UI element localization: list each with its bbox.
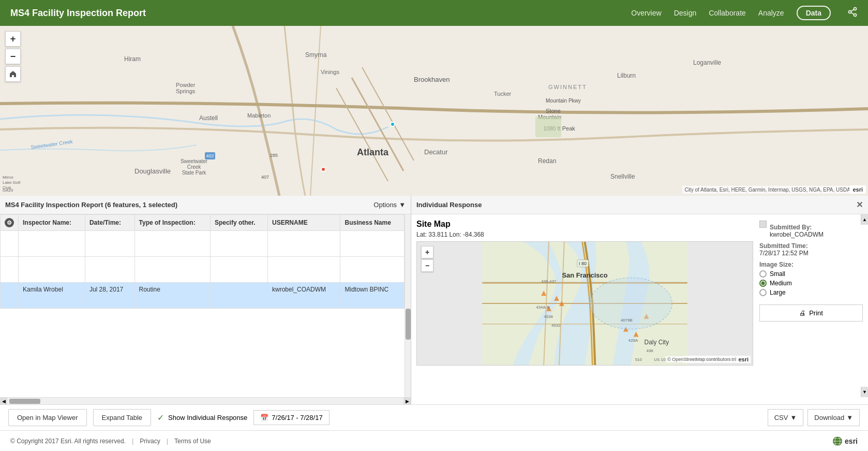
- horizontal-scrollbar[interactable]: ◀ ▶: [0, 397, 411, 404]
- row2-inspector: [19, 257, 85, 283]
- close-button[interactable]: ✕: [856, 200, 863, 210]
- radio-small-circle[interactable]: [759, 270, 767, 278]
- row3-specify: [210, 283, 267, 309]
- print-button[interactable]: 🖨 Print: [759, 304, 863, 322]
- svg-text:Lake Golf: Lake Golf: [3, 180, 21, 185]
- options-button[interactable]: Options ▼: [373, 201, 406, 209]
- esri-logo-map: esri: [849, 185, 866, 194]
- submitted-time-section: Submitted Time: 7/28/17 12:52 PM: [759, 242, 863, 257]
- svg-text:438-437: 438-437: [541, 279, 556, 284]
- footer-left: © Copyright 2017 Esri. All rights reserv…: [10, 437, 211, 445]
- scroll-right-button[interactable]: ▶: [403, 398, 411, 405]
- map-marker-red[interactable]: [321, 167, 326, 172]
- table-scrollbar[interactable]: [405, 214, 411, 397]
- zoom-in-button[interactable]: +: [5, 31, 21, 47]
- main-map[interactable]: Hiram Powder Springs Smyrna Vinings Broo…: [0, 26, 868, 196]
- app-header: MS4 Facility Inspection Report Overview …: [0, 0, 868, 26]
- svg-point-2: [849, 10, 851, 13]
- h-scroll-thumb[interactable]: [9, 399, 40, 404]
- col-business-header: Business Name: [340, 215, 405, 231]
- row2-icon: [1, 257, 19, 283]
- row1-icon: [1, 231, 19, 257]
- zoom-out-button[interactable]: −: [5, 49, 21, 64]
- map-logos: © OpenStreetMap contributors esri: [666, 356, 751, 363]
- home-button[interactable]: [5, 66, 21, 82]
- response-panel: Individual Response ✕ Site Map Lat: 33.8…: [411, 196, 868, 404]
- panel-scroll-down[interactable]: ▼: [861, 387, 868, 397]
- radio-large[interactable]: Large: [759, 289, 863, 296]
- svg-text:Redan: Redan: [538, 157, 556, 165]
- date-range-picker[interactable]: 📅 7/26/17 - 7/28/17: [253, 410, 329, 425]
- row2-type: [134, 257, 210, 283]
- svg-text:San Francisco: San Francisco: [562, 271, 607, 279]
- col-inspector-header: Inspector Name:: [19, 215, 85, 231]
- svg-text:510: 510: [635, 357, 642, 362]
- svg-line-3: [851, 9, 854, 11]
- svg-text:Austell: Austell: [199, 114, 218, 122]
- svg-point-0: [854, 7, 857, 10]
- checkbox-icon: [759, 221, 767, 228]
- csv-button[interactable]: CSV ▼: [768, 409, 804, 426]
- nav-collaborate[interactable]: Collaborate: [709, 9, 746, 17]
- radio-medium-circle[interactable]: [759, 280, 767, 287]
- map-attribution: City of Atlanta, Esri, HERE, Garmin, Int…: [682, 186, 866, 194]
- calendar-icon: 📅: [260, 414, 268, 421]
- svg-text:Loganville: Loganville: [693, 59, 721, 66]
- open-map-viewer-button[interactable]: Open in Map Viewer: [8, 409, 87, 426]
- row1-datetime: [85, 231, 134, 257]
- radio-large-circle[interactable]: [759, 289, 767, 296]
- terms-link[interactable]: Terms of Use: [174, 438, 211, 445]
- panel-scroll-up[interactable]: ▲: [861, 214, 868, 225]
- row2-specify: [210, 257, 267, 283]
- bottom-area: MS4 Facility Inspection Report (6 featur…: [0, 196, 868, 451]
- share-icon[interactable]: [847, 7, 858, 20]
- svg-text:4079B: 4079B: [621, 318, 633, 323]
- row1-business: [340, 231, 405, 257]
- table-row-selected[interactable]: Kamila Wrobel Jul 28, 2017 Routine kwrob…: [1, 283, 405, 309]
- site-zoom-out[interactable]: −: [421, 259, 433, 272]
- svg-text:Douglasville: Douglasville: [134, 167, 171, 175]
- esri-footer-logo: esri: [832, 436, 858, 446]
- radio-small[interactable]: Small: [759, 270, 863, 278]
- response-content: Site Map Lat: 33.811 Lon: -84.368: [411, 214, 868, 404]
- radio-medium[interactable]: Medium: [759, 280, 863, 287]
- radio-small-label: Small: [770, 270, 785, 278]
- svg-text:Creek: Creek: [187, 164, 202, 170]
- scroll-left-button[interactable]: ◀: [0, 398, 7, 405]
- scroll-track[interactable]: [7, 398, 403, 404]
- col-datetime-header: Date/Time:: [85, 215, 134, 231]
- esri-globe-icon: [832, 436, 843, 446]
- data-table: ⚙ Inspector Name: Date/Time: Type of Ins…: [0, 214, 405, 309]
- row2-username: [268, 257, 340, 283]
- copyright-text: © Copyright 2017 Esri. All rights reserv…: [10, 438, 126, 445]
- site-map-controls: + −: [421, 246, 433, 272]
- response-header: Individual Response ✕: [411, 196, 868, 214]
- nav-overview[interactable]: Overview: [631, 9, 661, 17]
- row2-datetime: [85, 257, 134, 283]
- col-icon-header: ⚙: [1, 215, 19, 231]
- data-panel: MS4 Facility Inspection Report (6 featur…: [0, 196, 868, 404]
- nav-design[interactable]: Design: [674, 9, 697, 17]
- row3-type: Routine: [134, 283, 210, 309]
- col-type-header: Type of Inspection:: [134, 215, 210, 231]
- table-row[interactable]: [1, 257, 405, 283]
- map-background: Hiram Powder Springs Smyrna Vinings Broo…: [0, 26, 868, 196]
- show-individual-label: Show Individual Response: [168, 414, 247, 421]
- column-settings-icon[interactable]: ⚙: [5, 218, 14, 227]
- svg-text:Smyrna: Smyrna: [305, 51, 327, 59]
- scroll-thumb[interactable]: [406, 309, 411, 340]
- privacy-link[interactable]: Privacy: [140, 438, 160, 445]
- expand-table-button[interactable]: Expand Table: [93, 409, 152, 426]
- nav-data[interactable]: Data: [797, 6, 831, 20]
- map-marker-cyan[interactable]: [390, 122, 395, 127]
- nav-analyze[interactable]: Analyze: [758, 9, 784, 17]
- options-chevron-icon: ▼: [399, 201, 406, 209]
- response-title: Individual Response: [416, 201, 482, 209]
- table-header: MS4 Facility Inspection Report (6 featur…: [0, 196, 411, 214]
- table-row[interactable]: [1, 231, 405, 257]
- map-controls: + −: [5, 31, 21, 82]
- download-button[interactable]: Download ▼: [807, 409, 860, 426]
- site-zoom-in[interactable]: +: [421, 246, 433, 258]
- svg-text:Brookhaven: Brookhaven: [414, 76, 450, 83]
- svg-text:Powder: Powder: [176, 82, 196, 88]
